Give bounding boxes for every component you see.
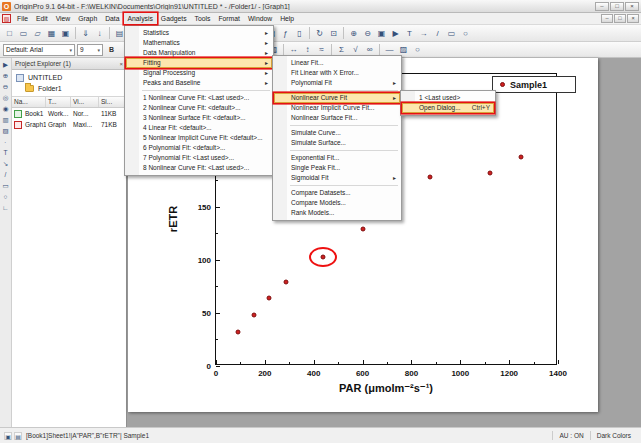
analysis-menu-item-5-nonlinear-implicit-curve-fit-default[interactable]: 5 Nonlinear Implicit Curve Fit: <default… xyxy=(126,133,272,143)
column-header-na[interactable]: Na... xyxy=(12,97,46,107)
pointer-tool-icon[interactable]: ▶ xyxy=(1,60,11,70)
pointer-icon[interactable]: ▶ xyxy=(389,27,402,40)
fitting-menu-item-compare-models[interactable]: Compare Models... xyxy=(274,198,400,208)
analysis-menu-item-statistics[interactable]: Statistics▸ xyxy=(126,28,272,38)
fitting-menu-item-polynomial-fit[interactable]: Polynomial Fit▸ xyxy=(274,78,400,88)
analysis-menu-item-mathematics[interactable]: Mathematics▸ xyxy=(126,38,272,48)
fitting-menu-item-simulate-surface[interactable]: Simulate Surface... xyxy=(274,138,400,148)
nlfit-menu-item-1-last-used[interactable]: 1 <Last used> xyxy=(402,93,494,103)
open-excel-icon[interactable]: ▦ xyxy=(45,27,58,40)
import-wizard-icon[interactable]: ⇓ xyxy=(79,27,92,40)
draw-data-tool-icon[interactable]: ∙ xyxy=(1,137,11,147)
close-button[interactable]: × xyxy=(625,2,639,11)
zoom-in-tool-icon[interactable]: ⊕ xyxy=(1,71,11,81)
file-row-book1[interactable]: Book1Work...Nor...11KB xyxy=(12,108,126,119)
font-size-combo[interactable]: 9 ▾ xyxy=(77,44,103,56)
file-row-graph1[interactable]: Graph1GraphMaxi...71KB xyxy=(12,119,126,130)
fitting-menu-item-fit-linear-with-x-error[interactable]: Fit Linear with X Error... xyxy=(274,68,400,78)
new-project-icon[interactable]: □ xyxy=(3,27,16,40)
menubar-item-format[interactable]: Format xyxy=(214,13,244,24)
analysis-menu-item-signal-processing[interactable]: Signal Processing▸ xyxy=(126,68,272,78)
fitting-menu-item-linear-fit[interactable]: Linear Fit... xyxy=(274,58,400,68)
doc-restore-button[interactable]: □ xyxy=(614,14,626,23)
menu-item-label: Fit Linear with X Error... xyxy=(291,68,359,78)
new-layout-icon[interactable]: ▯ xyxy=(293,27,306,40)
zoom-in-icon[interactable]: ⊕ xyxy=(347,27,360,40)
circle-icon[interactable]: ○ xyxy=(459,27,472,40)
fitting-menu-item-nonlinear-surface-fit[interactable]: Nonlinear Surface Fit... xyxy=(274,113,400,123)
analysis-menu-item-7-polynomial-fit-last-used[interactable]: 7 Polynomial Fit: <Last used>... xyxy=(126,153,272,163)
font-combo[interactable]: Default: Arial ▾ xyxy=(3,44,75,56)
fitting-menu-item-rank-models[interactable]: Rank Models... xyxy=(274,208,400,218)
line-icon[interactable]: / xyxy=(431,27,444,40)
duplicate-window-icon[interactable]: ⊡ xyxy=(327,27,340,40)
polyline-tool-icon[interactable]: ∟ xyxy=(1,203,11,213)
menubar-item-file[interactable]: File xyxy=(13,13,32,24)
zoom-out-tool-icon[interactable]: ⊖ xyxy=(1,82,11,92)
fitting-menu-item-nonlinear-implicit-curve-fit[interactable]: Nonlinear Implicit Curve Fit... xyxy=(274,103,400,113)
rectangle-tool-icon[interactable]: ▭ xyxy=(1,181,11,191)
arrow-tool-icon[interactable]: ↘ xyxy=(1,159,11,169)
refresh-icon[interactable]: ↻ xyxy=(313,27,326,40)
menubar-item-gadgets[interactable]: Gadgets xyxy=(157,13,191,24)
tree-item-folder1[interactable]: Folder1 xyxy=(12,83,126,94)
column-header-vi[interactable]: Vi... xyxy=(71,97,99,107)
menu-item-label: Sigmoidal Fit xyxy=(291,173,329,183)
close-icon[interactable]: × xyxy=(119,61,123,67)
nlfit-menu-item-open-dialog[interactable]: Open Dialog...Ctrl+Y xyxy=(402,103,494,113)
fitting-menu-item-single-peak-fit[interactable]: Single Peak Fit... xyxy=(274,163,400,173)
text-tool-icon[interactable]: T xyxy=(1,148,11,158)
analysis-menu-item-data-manipulation[interactable]: Data Manipulation▸ xyxy=(126,48,272,58)
menubar-item-window[interactable]: Window xyxy=(244,13,276,24)
fitting-menu-item-compare-datasets[interactable]: Compare Datasets... xyxy=(274,188,400,198)
menubar-item-help[interactable]: Help xyxy=(276,13,298,24)
tree-item-untitled[interactable]: UNTITLED xyxy=(12,72,126,83)
import-ascii-icon[interactable]: ↓ xyxy=(93,27,106,40)
save-project-icon[interactable]: ▣ xyxy=(59,27,72,40)
analysis-menu-item-3-nonlinear-surface-fit-default[interactable]: 3 Nonlinear Surface Fit: <default>... xyxy=(126,113,272,123)
analysis-menu-item-6-polynomial-fit-default[interactable]: 6 Polynomial Fit: <default>... xyxy=(126,143,272,153)
new-folder-icon[interactable]: ▭ xyxy=(17,27,30,40)
fitting-menu-item-exponential-fit[interactable]: Exponential Fit... xyxy=(274,153,400,163)
menubar-item-data[interactable]: Data xyxy=(101,13,123,24)
fitting-menu-item-simulate-curve[interactable]: Simulate Curve... xyxy=(274,128,400,138)
restore-button[interactable]: □ xyxy=(610,2,624,11)
column-header-t[interactable]: T... xyxy=(46,97,71,107)
arrow-icon[interactable]: → xyxy=(417,27,430,40)
fitting-menu-item-sigmoidal-fit[interactable]: Sigmoidal Fit▸ xyxy=(274,173,400,183)
menubar-item-analysis[interactable]: Analysis xyxy=(124,13,157,24)
analysis-menu-item-4-linear-fit-default[interactable]: 4 Linear Fit: <default>... xyxy=(126,123,272,133)
data-reader-tool-icon[interactable]: ◉ xyxy=(1,104,11,114)
zoom-out-icon[interactable]: ⊖ xyxy=(361,27,374,40)
minimize-button[interactable]: – xyxy=(595,2,609,11)
bold-button[interactable]: B xyxy=(105,43,118,56)
analysis-menu-item-fitting[interactable]: Fitting▸ xyxy=(126,58,272,68)
analysis-menu-item-peaks-and-baseline[interactable]: Peaks and Baseline▸ xyxy=(126,78,272,88)
screen-reader-tool-icon[interactable]: ◎ xyxy=(1,93,11,103)
analysis-menu-item-1-nonlinear-curve-fit-last-used[interactable]: 1 Nonlinear Curve Fit: <Last used>... xyxy=(126,93,272,103)
doc-minimize-button[interactable]: – xyxy=(601,14,613,23)
line-tool-icon[interactable]: / xyxy=(1,170,11,180)
mask-tool-icon[interactable]: ▨ xyxy=(1,126,11,136)
menubar-item-graph[interactable]: Graph xyxy=(74,13,101,24)
file-cell: 11KB xyxy=(99,110,125,117)
menu-item-label: Statistics xyxy=(143,28,169,38)
open-icon[interactable]: ▱ xyxy=(31,27,44,40)
menubar-item-view[interactable]: View xyxy=(52,13,75,24)
new-function-plot-icon[interactable]: ƒ xyxy=(279,27,292,40)
circle-tool-icon[interactable]: ○ xyxy=(1,192,11,202)
doc-close-button[interactable]: × xyxy=(627,14,639,23)
symbol-style-icon[interactable]: ○ xyxy=(411,43,424,56)
legend[interactable]: Sample1 xyxy=(492,76,576,93)
rectangle-icon[interactable]: ▭ xyxy=(445,27,458,40)
text-tool-icon[interactable]: T xyxy=(403,27,416,40)
analysis-menu-item-2-nonlinear-curve-fit-default[interactable]: 2 Nonlinear Curve Fit: <default>... xyxy=(126,103,272,113)
menubar-item-tools[interactable]: Tools xyxy=(191,13,215,24)
menubar-item-edit[interactable]: Edit xyxy=(32,13,52,24)
fitting-menu-item-nonlinear-curve-fit[interactable]: Nonlinear Curve Fit▸ xyxy=(274,93,400,103)
analysis-menu-item-8-nonlinear-curve-fit-last-used[interactable]: 8 Nonlinear Curve Fit: <Last used>... xyxy=(126,163,272,173)
column-header-si[interactable]: Si... xyxy=(99,97,125,107)
whole-page-icon[interactable]: ▣ xyxy=(375,27,388,40)
data-selector-tool-icon[interactable]: ▥ xyxy=(1,115,11,125)
y-tick xyxy=(216,313,220,314)
